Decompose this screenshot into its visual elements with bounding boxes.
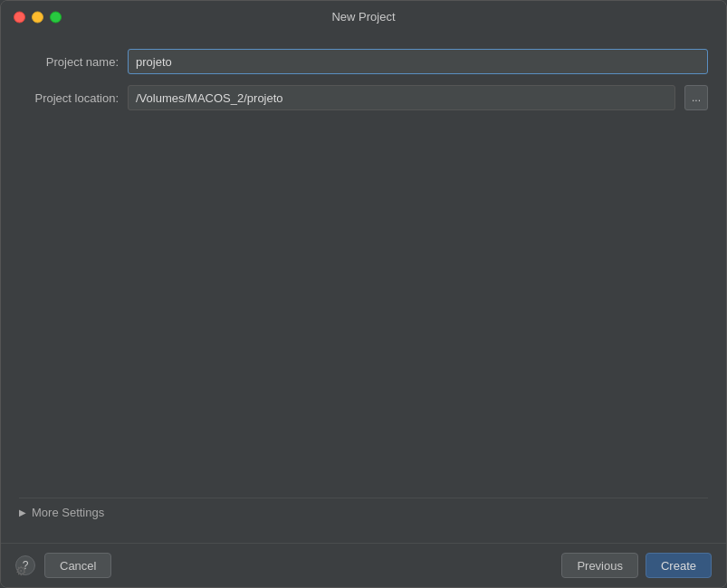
cancel-button[interactable]: Cancel [44, 553, 111, 578]
project-name-label: Project name: [19, 55, 119, 69]
window-title: New Project [331, 10, 395, 24]
window-controls [14, 11, 62, 23]
more-settings-arrow-icon: ▶ [19, 507, 26, 517]
project-location-label: Project location: [19, 91, 119, 105]
more-settings-section[interactable]: ▶ More Settings [19, 498, 708, 526]
minimize-button[interactable] [32, 11, 43, 23]
previous-button[interactable]: Previous [561, 553, 638, 578]
create-button[interactable]: Create [646, 553, 712, 578]
close-button[interactable] [14, 11, 25, 23]
title-bar: New Project [1, 1, 726, 33]
footer-right: Previous Create [561, 553, 712, 578]
more-settings-label: More Settings [32, 506, 104, 519]
footer-left: ? Cancel [15, 553, 111, 578]
browse-button[interactable]: ... [684, 85, 708, 110]
maximize-button[interactable] [50, 11, 62, 23]
content-spacer [19, 121, 708, 487]
dialog-footer: ? Cancel Previous Create [1, 543, 726, 587]
bottom-gear-icon: ⚙ [15, 564, 27, 578]
dialog-content: Project name: Project location: ... ▶ Mo… [1, 33, 726, 543]
project-location-row: Project location: ... [19, 85, 708, 110]
project-location-input[interactable] [128, 85, 675, 110]
new-project-dialog: New Project Project name: Project locati… [0, 0, 727, 588]
project-name-row: Project name: [19, 49, 708, 74]
project-name-input[interactable] [128, 49, 708, 74]
